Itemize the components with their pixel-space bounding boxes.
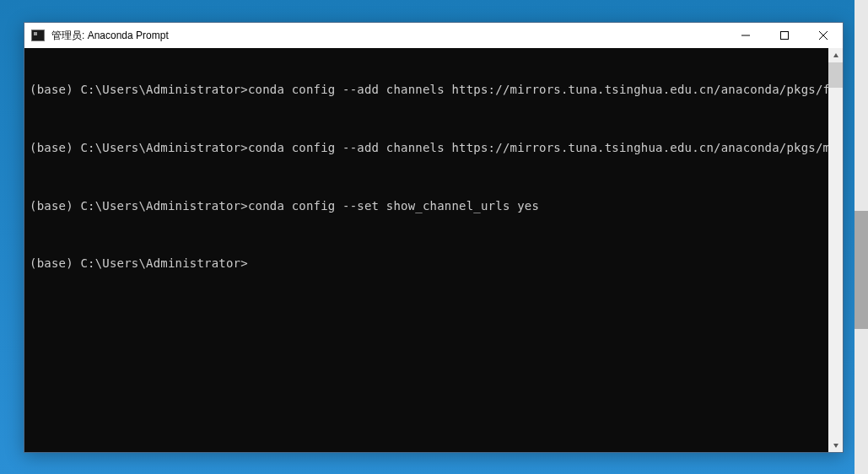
prompt: (base) C:\Users\Administrator> xyxy=(30,199,248,213)
terminal-wrapper: (base) C:\Users\Administrator>conda conf… xyxy=(24,48,843,452)
terminal-line: (base) C:\Users\Administrator>conda conf… xyxy=(30,82,823,97)
page-scrollbar[interactable] xyxy=(855,0,868,474)
vertical-scrollbar[interactable] xyxy=(828,48,843,452)
window-title: 管理员: Anaconda Prompt xyxy=(51,29,726,43)
svg-marker-4 xyxy=(833,53,838,57)
command: conda config --add channels https://mirr… xyxy=(248,141,828,154)
scrollbar-track[interactable] xyxy=(828,62,843,438)
anaconda-prompt-window: 管理员: Anaconda Prompt (base) C:\Users\Adm… xyxy=(24,22,844,453)
prompt: (base) C:\Users\Administrator> xyxy=(30,141,248,154)
page-scrollbar-thumb[interactable] xyxy=(855,211,868,329)
minimize-button[interactable] xyxy=(726,23,765,48)
command: conda config --add channels https://mirr… xyxy=(248,83,828,96)
scrollbar-thumb[interactable] xyxy=(828,62,843,88)
titlebar[interactable]: 管理员: Anaconda Prompt xyxy=(24,23,843,48)
command: conda config --set show_channel_urls yes xyxy=(248,199,539,213)
maximize-button[interactable] xyxy=(765,23,804,48)
terminal-line: (base) C:\Users\Administrator>conda conf… xyxy=(30,198,823,213)
prompt: (base) C:\Users\Administrator> xyxy=(30,83,248,96)
svg-rect-1 xyxy=(781,32,789,40)
scrollbar-down-button[interactable] xyxy=(828,438,843,452)
terminal-line: (base) C:\Users\Administrator> xyxy=(30,256,823,271)
terminal-line: (base) C:\Users\Administrator>conda conf… xyxy=(30,140,823,155)
window-controls xyxy=(726,23,843,48)
prompt: (base) C:\Users\Administrator> xyxy=(30,256,248,270)
terminal-output[interactable]: (base) C:\Users\Administrator>conda conf… xyxy=(24,48,828,452)
close-button[interactable] xyxy=(804,23,843,48)
svg-marker-5 xyxy=(833,444,838,448)
terminal-icon xyxy=(31,30,45,41)
scrollbar-up-button[interactable] xyxy=(828,48,843,62)
